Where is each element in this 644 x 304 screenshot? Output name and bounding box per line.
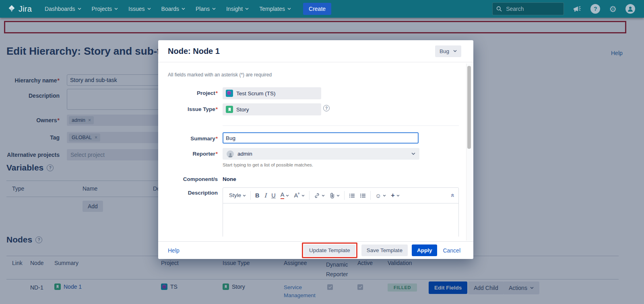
required-fields-note: All fields marked with an asterisk (*) a…	[168, 72, 272, 78]
dialog-footer-buttons: Update Template Save Template Apply Canc…	[302, 242, 460, 258]
nav-item-insight[interactable]: Insight	[226, 6, 249, 12]
numbered-list-icon[interactable]	[357, 193, 368, 198]
summary-input[interactable]	[223, 132, 419, 144]
update-template-highlight: Update Template	[302, 242, 357, 258]
chevron-down-icon	[411, 152, 415, 155]
issue-type-help-icon[interactable]: ?	[323, 105, 330, 111]
summary-label: Summary*	[158, 136, 218, 142]
search-icon	[496, 6, 502, 12]
description-editor-content[interactable]	[223, 203, 458, 237]
description-field-label: Description	[158, 190, 218, 196]
dialog-footer: Help Update Template Save Template Apply…	[158, 241, 473, 259]
emoji-icon[interactable]: ☺	[373, 193, 388, 199]
dialog-title: Node: Node 1	[168, 47, 220, 56]
chevron-down-icon	[383, 195, 386, 197]
dialog-scrollbar-track	[466, 64, 472, 240]
chevron-down-icon	[336, 195, 340, 197]
jira-logo[interactable]: Jira	[7, 4, 32, 14]
gear-icon[interactable]: ⚙	[609, 5, 617, 13]
create-button[interactable]: Create	[303, 3, 331, 15]
style-dropdown[interactable]: Style	[227, 193, 248, 198]
nav-item-boards[interactable]: Boards	[161, 6, 185, 12]
nav-item-dashboards[interactable]: Dashboards	[45, 6, 81, 12]
node-edit-dialog: Node: Node 1 Bug All fields marked with …	[158, 40, 473, 259]
chevron-down-icon	[301, 195, 305, 197]
project-avatar-icon	[226, 90, 233, 97]
chevron-down-icon	[114, 8, 118, 10]
issue-type-label: Issue Type*	[158, 106, 218, 112]
update-template-button[interactable]: Update Template	[304, 244, 355, 256]
insert-more-icon[interactable]: +	[388, 192, 402, 199]
global-search[interactable]	[492, 2, 564, 15]
bullet-list-icon[interactable]	[347, 193, 357, 198]
bold-icon[interactable]: B	[253, 193, 262, 199]
text-formatting-icon[interactable]: A˚	[291, 193, 307, 199]
help-icon[interactable]: ?	[590, 4, 600, 14]
italic-icon[interactable]: I	[262, 193, 269, 199]
underline-icon[interactable]: U	[269, 193, 278, 199]
chevron-down-icon	[286, 195, 289, 197]
chevron-down-icon	[243, 195, 246, 197]
text-color-icon[interactable]: A	[278, 192, 292, 199]
app-root: Jira Dashboards Projects Issues Boards P…	[0, 0, 644, 304]
chevron-down-icon	[182, 8, 185, 10]
jira-brand-text: Jira	[19, 4, 32, 14]
reporter-select[interactable]: admin	[223, 148, 419, 160]
dialog-header: Node: Node 1 Bug	[158, 40, 473, 62]
project-label: Project*	[158, 90, 218, 96]
toolbar-separator	[250, 191, 251, 200]
chevron-down-icon	[453, 50, 457, 52]
cancel-link[interactable]: Cancel	[443, 247, 460, 254]
toolbar-separator	[344, 191, 345, 200]
top-navigation-bar: Jira Dashboards Projects Issues Boards P…	[0, 0, 644, 18]
nav-item-projects[interactable]: Projects	[92, 6, 118, 12]
save-template-button[interactable]: Save Template	[361, 244, 408, 256]
chevron-down-icon	[78, 8, 81, 10]
chevron-down-icon	[322, 195, 325, 197]
nav-item-issues[interactable]: Issues	[128, 6, 151, 12]
link-icon[interactable]	[312, 193, 327, 199]
user-avatar-icon	[227, 150, 234, 158]
search-input[interactable]	[505, 5, 551, 12]
divider	[223, 125, 459, 126]
avatar[interactable]	[625, 4, 635, 14]
chevron-down-icon	[147, 8, 151, 10]
nav-item-templates[interactable]: Templates	[259, 6, 291, 12]
chevron-down-icon	[245, 8, 249, 10]
reporter-hint: Start typing to get a list of possible m…	[223, 162, 313, 167]
attachment-icon[interactable]	[327, 193, 342, 199]
chevron-down-icon	[212, 8, 216, 10]
description-editor: Style B I U A A˚	[223, 187, 459, 237]
announcements-icon[interactable]	[573, 5, 582, 13]
dialog-help-link[interactable]: Help	[168, 247, 180, 254]
issue-type-dropdown[interactable]: Bug	[435, 45, 461, 57]
story-icon	[226, 106, 233, 113]
toolbar-separator	[309, 191, 310, 200]
apply-button[interactable]: Apply	[412, 244, 438, 256]
collapse-toolbar-icon[interactable]: «	[450, 194, 457, 197]
components-label: Component/s	[158, 176, 218, 182]
jira-logo-icon	[7, 4, 16, 13]
project-field: Test Scrum (TS)	[223, 87, 321, 99]
nav-item-plans[interactable]: Plans	[196, 6, 216, 12]
nav-menu: Dashboards Projects Issues Boards Plans …	[45, 6, 291, 12]
chevron-down-icon	[396, 195, 400, 197]
dialog-scrollbar-thumb[interactable]	[467, 66, 471, 149]
chevron-down-icon	[287, 8, 291, 10]
components-value: None	[223, 176, 236, 182]
issue-type-field: Story	[223, 103, 321, 115]
editor-toolbar: Style B I U A A˚	[223, 188, 458, 203]
nav-right-controls: ? ⚙	[492, 2, 635, 15]
toolbar-separator	[370, 191, 371, 200]
reporter-label: Reporter*	[158, 151, 218, 157]
